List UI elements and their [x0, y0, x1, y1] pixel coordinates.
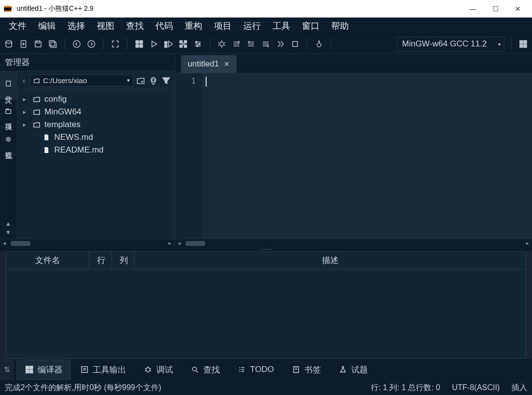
fullscreen-icon[interactable] — [110, 39, 120, 49]
step-over-icon[interactable] — [232, 39, 241, 49]
maximize-button[interactable]: ☐ — [484, 0, 507, 18]
new-project-icon[interactable] — [4, 39, 14, 49]
btab-problems[interactable]: 试题 — [330, 360, 376, 380]
svg-point-38 — [146, 368, 150, 372]
side-tab-scroll[interactable]: ▴▾ — [0, 217, 17, 239]
side-tab-project[interactable]: 项目 — [0, 99, 17, 127]
status-encoding: UTF-8(ASCII) — [452, 383, 500, 392]
svg-rect-4 — [37, 41, 40, 43]
path-text: C:/Users/xiao — [43, 76, 87, 85]
svg-rect-24 — [520, 41, 523, 44]
bookmark-icon — [292, 365, 300, 374]
svg-text:DEV: DEV — [4, 7, 12, 11]
editor-area: untitled1 ✕ 1 ◂▸ — [175, 54, 532, 247]
grid-view-icon[interactable] — [518, 39, 528, 49]
col-description[interactable]: 描述 — [134, 252, 526, 269]
path-up-icon[interactable]: ‹ — [20, 76, 28, 85]
new-file-icon[interactable] — [19, 39, 28, 49]
issues-panel: 文件名 行 列 描述 — [6, 251, 526, 359]
btab-find[interactable]: 查找 — [182, 360, 228, 380]
line-gutter: 1 — [175, 73, 202, 239]
list-icon — [237, 365, 246, 374]
close-tab-icon[interactable]: ✕ — [224, 60, 230, 68]
save-all-icon[interactable] — [48, 39, 58, 49]
menu-select[interactable]: 选择 — [63, 18, 90, 34]
menu-help[interactable]: 帮助 — [326, 18, 354, 34]
code-editor[interactable] — [202, 73, 532, 239]
back-icon[interactable] — [72, 39, 82, 49]
manager-title: 管理器 — [0, 54, 174, 71]
svg-point-18 — [196, 41, 197, 43]
toolbar: MinGW-w64 GCC 11.2 ▾ — [0, 34, 532, 54]
svg-rect-34 — [30, 366, 33, 369]
col-column[interactable]: 列 — [112, 252, 134, 269]
menu-code[interactable]: 代码 — [150, 18, 178, 34]
minimize-button[interactable]: ― — [462, 0, 484, 18]
menu-edit[interactable]: 编辑 — [33, 18, 61, 34]
svg-rect-7 — [136, 41, 139, 44]
btab-debug[interactable]: 调试 — [135, 360, 181, 380]
run-icon[interactable] — [149, 39, 159, 49]
editor-hscroll[interactable]: ◂▸ — [175, 239, 532, 247]
filter-icon[interactable] — [161, 75, 171, 86]
tree-file[interactable]: ▸README.md — [19, 144, 172, 156]
svg-point-21 — [220, 42, 224, 46]
forward-icon[interactable] — [86, 39, 96, 49]
menu-window[interactable]: 窗口 — [297, 18, 324, 34]
menu-file[interactable]: 文件 — [4, 18, 31, 34]
menu-tools[interactable]: 工具 — [268, 18, 295, 34]
breakpoint-icon[interactable] — [314, 39, 324, 49]
folder-icon — [33, 95, 41, 103]
step-out-icon[interactable] — [261, 39, 271, 49]
compiler-selector[interactable]: MinGW-w64 GCC 11.2 ▾ — [397, 37, 504, 51]
menu-project[interactable]: 项目 — [209, 18, 236, 34]
svg-rect-11 — [165, 42, 167, 44]
horizontal-splitter[interactable]: ┅┅┅┅ — [0, 247, 532, 251]
chevron-down-icon: ▾ — [498, 41, 501, 46]
bottom-panel-toggle-icon[interactable]: ⇅ — [0, 365, 14, 374]
menu-run[interactable]: 运行 — [238, 18, 266, 34]
btab-tool-output[interactable]: 工具输出 — [72, 360, 134, 380]
rebuild-icon[interactable] — [178, 39, 188, 49]
menu-refactor[interactable]: 重构 — [180, 18, 207, 34]
svg-point-2 — [6, 41, 12, 43]
menu-view[interactable]: 视图 — [92, 18, 119, 34]
col-filename[interactable]: 文件名 — [6, 252, 89, 269]
close-button[interactable]: ✕ — [507, 0, 529, 18]
btab-todo[interactable]: TODO — [229, 360, 282, 379]
tree-file[interactable]: ▸NEWS.md — [19, 131, 172, 144]
svg-rect-9 — [136, 44, 139, 47]
svg-point-30 — [6, 137, 11, 142]
output-icon — [80, 365, 89, 374]
menu-find[interactable]: 查找 — [121, 18, 149, 34]
new-folder-icon[interactable] — [135, 75, 146, 86]
continue-icon[interactable] — [276, 39, 285, 49]
side-tab-watch[interactable]: 监视 — [0, 127, 17, 155]
step-into-icon[interactable] — [246, 39, 256, 49]
compile-run-icon[interactable] — [164, 39, 173, 49]
tree-folder[interactable]: ▸MinGW64 — [19, 106, 172, 118]
editor-tabs: untitled1 ✕ — [175, 54, 532, 73]
side-tab-files[interactable]: 文件 — [0, 71, 17, 99]
svg-point-23 — [317, 43, 321, 47]
left-hscroll[interactable]: ◂▸ — [0, 239, 174, 247]
path-selector[interactable]: C:/Users/xiao ▾ — [30, 74, 133, 87]
stop-icon[interactable] — [290, 39, 300, 49]
editor-tab[interactable]: untitled1 ✕ — [181, 55, 236, 73]
btab-compiler[interactable]: 编译器 — [17, 360, 71, 380]
tree-folder[interactable]: ▸templates — [19, 118, 172, 131]
file-icon — [43, 133, 50, 141]
tree-folder[interactable]: ▸config — [19, 93, 172, 106]
menubar: 文件 编辑 选择 视图 查找 代码 重构 项目 运行 工具 窗口 帮助 — [0, 18, 532, 34]
compile-icon[interactable] — [134, 39, 144, 49]
col-line[interactable]: 行 — [89, 252, 112, 269]
svg-point-6 — [88, 41, 95, 47]
btab-bookmarks[interactable]: 书签 — [283, 360, 329, 380]
options-icon[interactable] — [193, 39, 203, 49]
debug-icon[interactable] — [217, 39, 227, 49]
file-tree: ▸config ▸MinGW64 ▸templates ▸NEWS.md ▸RE… — [17, 90, 174, 239]
save-icon[interactable] — [33, 39, 43, 49]
locate-icon[interactable] — [148, 75, 159, 86]
svg-rect-14 — [184, 41, 187, 43]
bug-icon — [144, 365, 152, 374]
